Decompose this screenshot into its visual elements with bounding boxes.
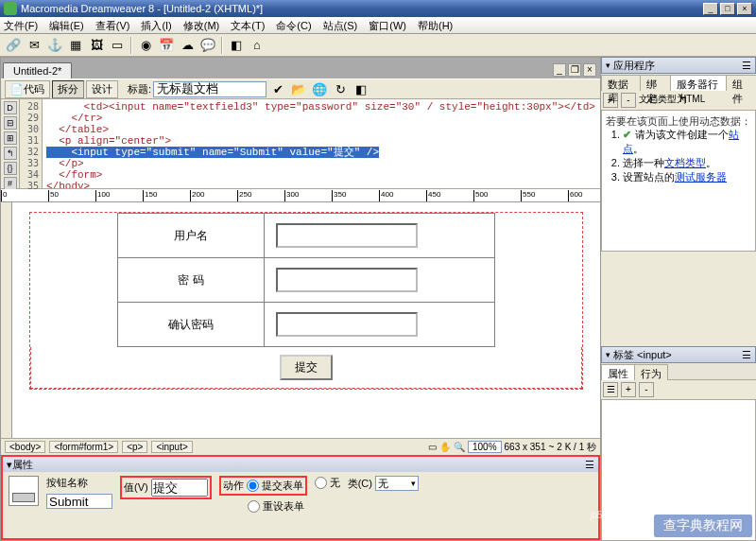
image-icon[interactable]: 🖼 xyxy=(87,36,106,55)
label-password: 密 码 xyxy=(118,258,265,303)
crumb-body[interactable]: <body> xyxy=(5,441,45,453)
select-tool-icon[interactable]: ▭ xyxy=(428,442,437,452)
code-editor[interactable]: <td><input name="textfield3" type="passw… xyxy=(43,99,600,188)
server-icon[interactable]: ☁ xyxy=(178,36,197,55)
menu-commands[interactable]: 命令(C) xyxy=(276,19,311,31)
tab-behaviors[interactable]: 行为 xyxy=(634,364,668,380)
document-toolbar: 📄代码 拆分 设计 标题: ✔ 📂 🌐 ↻ ◧ xyxy=(1,79,600,99)
tab-bindings[interactable]: 绑定 xyxy=(640,75,671,91)
crumb-p[interactable]: <p> xyxy=(122,441,147,453)
zoom-select[interactable]: 100% xyxy=(468,441,502,453)
view-code-button[interactable]: 📄代码 xyxy=(5,80,50,98)
properties-title: 属性 xyxy=(12,458,33,472)
add-attr-icon[interactable]: + xyxy=(621,382,636,397)
class-select[interactable]: 无 xyxy=(375,476,419,491)
validate-icon[interactable]: ✔ xyxy=(268,79,287,98)
panel-menu-icon[interactable]: ☰ xyxy=(585,459,594,471)
action-submit-radio[interactable] xyxy=(247,480,259,492)
menu-insert[interactable]: 插入(I) xyxy=(141,19,171,31)
value-input[interactable] xyxy=(151,479,208,497)
line-numbers-icon[interactable]: # xyxy=(4,177,17,190)
menu-view[interactable]: 查看(V) xyxy=(95,19,130,31)
tag-panel-header[interactable]: ▾标签 <input>☰ xyxy=(601,346,756,363)
action-group: 动作 提交表单 xyxy=(219,476,307,496)
remove-attr-icon[interactable]: - xyxy=(639,382,654,397)
view-design-button[interactable]: 设计 xyxy=(86,80,118,98)
tab-server-behaviors[interactable]: 服务器行为 xyxy=(670,75,728,91)
balance-braces-icon[interactable]: {} xyxy=(4,162,17,175)
refresh-icon[interactable]: ↻ xyxy=(331,79,350,98)
action-label: 动作 xyxy=(223,479,244,493)
input-username[interactable] xyxy=(276,223,418,248)
date-icon[interactable]: 📅 xyxy=(157,36,176,55)
crumb-form[interactable]: <form#form1> xyxy=(49,441,118,453)
menu-file[interactable]: 文件(F) xyxy=(4,19,38,31)
select-parent-icon[interactable]: ↰ xyxy=(4,147,17,160)
title-input[interactable] xyxy=(153,81,266,97)
doc-restore-button[interactable]: ❐ xyxy=(568,63,581,77)
hint-item: ✔请为该文件创建一个站点。 xyxy=(623,128,751,156)
hyperlink-icon[interactable]: 🔗 xyxy=(4,36,23,55)
file-mgmt-icon[interactable]: 📂 xyxy=(289,79,308,98)
tab-database[interactable]: 数据库 xyxy=(601,75,641,91)
templates-icon[interactable]: ◧ xyxy=(227,36,246,55)
form-outline[interactable]: 用户名 密 码 确认密码 xyxy=(29,212,583,390)
button-type-icon xyxy=(9,476,39,506)
label-confirm: 确认密码 xyxy=(118,303,265,347)
zoom-tool-icon[interactable]: 🔍 xyxy=(454,442,465,452)
menu-edit[interactable]: 编辑(E) xyxy=(49,19,84,31)
design-view[interactable]: 用户名 密 码 确认密码 xyxy=(1,202,600,438)
link-doctype[interactable]: 文档类型 xyxy=(664,157,706,168)
tag-chooser-icon[interactable]: ⌂ xyxy=(248,36,266,55)
input-confirm[interactable] xyxy=(276,312,418,337)
menu-modify[interactable]: 修改(M) xyxy=(183,19,220,31)
table-row: 用户名 xyxy=(118,214,495,258)
div-icon[interactable]: ▭ xyxy=(108,36,127,55)
tab-attributes[interactable]: 属性 xyxy=(601,364,635,380)
crumb-input[interactable]: <input> xyxy=(151,441,192,453)
application-panel-header[interactable]: ▾应用程序☰ xyxy=(601,57,756,74)
action-reset-radio[interactable] xyxy=(248,500,260,513)
email-icon[interactable]: ✉ xyxy=(25,36,43,55)
doc-minimize-button[interactable]: _ xyxy=(553,63,566,77)
hand-tool-icon[interactable]: ✋ xyxy=(439,442,451,452)
submit-button[interactable] xyxy=(280,355,333,380)
maximize-button[interactable]: □ xyxy=(720,3,735,15)
minimize-button[interactable]: _ xyxy=(703,3,718,15)
close-button[interactable]: × xyxy=(737,3,752,15)
view-options-icon[interactable]: ◧ xyxy=(352,79,370,98)
tab-components[interactable]: 组件 xyxy=(726,75,756,91)
application-panel-body: 若要在该页面上使用动态数据： ✔请为该文件创建一个站点。 选择一种文档类型。 设… xyxy=(601,111,756,252)
menu-site[interactable]: 站点(S) xyxy=(323,19,358,31)
menu-window[interactable]: 窗口(W) xyxy=(369,19,406,31)
code-toolbar: D ⊟ ⊞ ↰ {} # ☀ xyxy=(1,99,20,188)
link-testserver[interactable]: 测试服务器 xyxy=(675,171,727,183)
tag-selector: <body> <form#form1> <p> <input> ▭ ✋ 🔍 10… xyxy=(1,438,600,455)
menu-text[interactable]: 文本(T) xyxy=(231,19,265,31)
open-docs-icon[interactable]: D xyxy=(4,101,17,114)
menu-help[interactable]: 帮助(H) xyxy=(418,19,453,31)
preview-icon[interactable]: 🌐 xyxy=(310,79,329,98)
document-tab[interactable]: Untitled-2* xyxy=(3,62,72,79)
table-row: 密 码 xyxy=(118,258,495,303)
anchor-icon[interactable]: ⚓ xyxy=(45,36,64,55)
view-split-button[interactable]: 拆分 xyxy=(52,80,84,98)
action-none-radio[interactable] xyxy=(315,477,327,489)
collapse-icon[interactable]: ⊟ xyxy=(4,116,17,130)
value-group: 值(V) xyxy=(120,476,212,499)
remove-icon[interactable]: - xyxy=(621,93,636,108)
watermark-url: jb51.net www.jiaocheng.chazidian.com xyxy=(590,510,752,520)
horizontal-ruler: 050100150200250300350400450500550600 xyxy=(1,189,600,202)
show-set-icon[interactable]: ☰ xyxy=(603,382,618,397)
window-size[interactable]: 663 x 351 xyxy=(505,442,546,452)
comment-icon[interactable]: 💬 xyxy=(198,36,217,55)
button-name-input[interactable] xyxy=(46,494,112,509)
media-icon[interactable]: ◉ xyxy=(136,36,155,55)
table-icon[interactable]: ▦ xyxy=(66,36,85,55)
app-icon xyxy=(4,2,17,15)
title-label: 标题: xyxy=(128,82,151,96)
application-tabs: 数据库 绑定 服务器行为 组件 xyxy=(601,74,756,91)
expand-icon[interactable]: ⊞ xyxy=(4,131,17,145)
input-password[interactable] xyxy=(276,268,418,292)
doc-close-button[interactable]: × xyxy=(583,63,596,77)
